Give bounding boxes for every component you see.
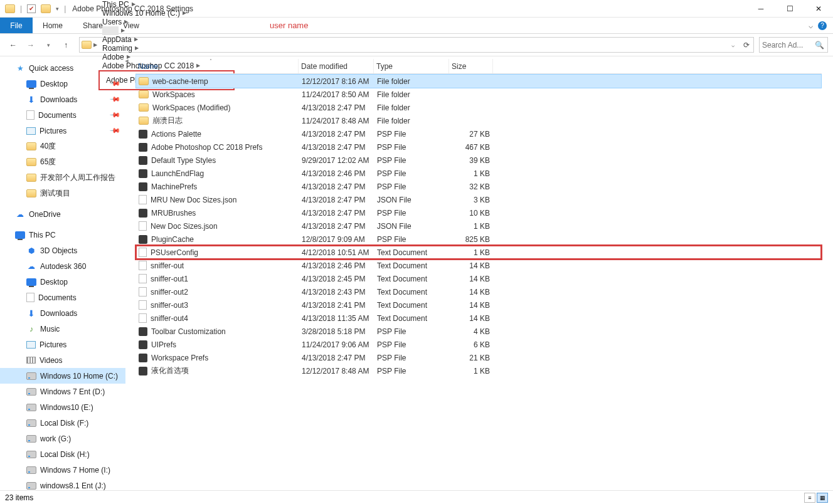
col-type[interactable]: Type	[374, 59, 449, 73]
file-row[interactable]: MRUBrushes4/13/2018 2:47 PMPSP File10 KB	[136, 206, 821, 219]
file-type: Text Document	[374, 301, 450, 310]
qat-properties-icon[interactable]: ✔	[27, 4, 36, 13]
file-row[interactable]: sniffer-out34/13/2018 2:41 PMText Docume…	[136, 298, 821, 312]
help-icon[interactable]: ?	[818, 21, 827, 30]
file-type: PSP File	[374, 156, 450, 165]
onedrive[interactable]: ☁OneDrive	[0, 206, 125, 222]
pc-item-1[interactable]: ☁Autodesk 360	[0, 258, 125, 274]
file-row[interactable]: WorkSpaces11/24/2017 8:50 AMFile folder	[136, 88, 821, 101]
file-row[interactable]: sniffer-out44/13/2018 11:35 AMText Docum…	[136, 312, 821, 325]
this-pc[interactable]: This PC	[0, 227, 125, 243]
pc-item-0[interactable]: ⬢3D Objects	[0, 243, 125, 258]
file-row[interactable]: web-cache-temp12/12/2017 8:16 AMFile fol…	[136, 75, 821, 88]
breadcrumb-3[interactable]: ▶	[98, 26, 235, 35]
file-name: sniffer-out	[151, 261, 184, 270]
forward-button[interactable]: →	[23, 37, 39, 53]
quick-access[interactable]: ★Quick access	[0, 60, 125, 76]
file-row[interactable]: Default Type Styles9/29/2017 12:02 AMPSP…	[136, 154, 821, 167]
pc-item-7[interactable]: Videos	[0, 352, 125, 368]
folder-icon	[139, 90, 149, 98]
file-row[interactable]: 崩溃日志11/24/2017 8:48 AMFile folder	[136, 114, 821, 127]
breadcrumb-4[interactable]: AppData▶	[98, 35, 235, 44]
pc-item-15[interactable]: windows8.1 Ent (J:)	[0, 478, 125, 490]
file-row[interactable]: Toolbar Customization3/28/2018 5:18 PMPS…	[136, 325, 821, 338]
file-row[interactable]: sniffer-out14/13/2018 2:45 PMText Docume…	[136, 272, 821, 285]
pc-item-12[interactable]: work (G:)	[0, 431, 125, 446]
col-name[interactable]: Name	[135, 59, 299, 73]
close-button[interactable]: ✕	[804, 0, 833, 18]
psp-icon	[139, 327, 147, 336]
file-row[interactable]: Actions Palette4/13/2018 2:47 PMPSP File…	[136, 127, 821, 140]
address-bar[interactable]: ▶ This PC▶Windows 10 Home (C:)▶Users▶▶Ap…	[79, 37, 754, 53]
pc-item-3[interactable]: Documents	[0, 290, 125, 305]
file-icon	[139, 287, 147, 297]
pc-item-14[interactable]: Windows 7 Home (I:)	[0, 462, 125, 478]
file-row[interactable]: Adobe Photoshop CC 2018 Prefs4/13/2018 2…	[136, 140, 821, 154]
pc-item-10[interactable]: Windows10 (E:)	[0, 399, 125, 415]
file-type: File folder	[374, 77, 450, 86]
file-row[interactable]: MachinePrefs4/13/2018 2:47 PMPSP File32 …	[136, 180, 821, 193]
addr-dropdown-icon[interactable]: ⌵	[726, 38, 740, 52]
pc-item-11[interactable]: Local Disk (F:)	[0, 415, 125, 431]
file-name: web-cache-temp	[152, 77, 208, 86]
file-type: PSP File	[374, 169, 450, 178]
recent-item-3[interactable]: 测试项目	[0, 186, 125, 201]
file-row[interactable]: sniffer-out24/13/2018 2:43 PMText Docume…	[136, 285, 821, 298]
recent-item-1[interactable]: 65度	[0, 154, 125, 170]
breadcrumb-5[interactable]: Roaming▶	[98, 44, 235, 53]
file-size: 14 KB	[450, 288, 494, 297]
file-row[interactable]: UIPrefs11/24/2017 9:06 AMPSP File6 KB	[136, 338, 821, 351]
breadcrumb-1[interactable]: Windows 10 Home (C:)▶	[98, 9, 235, 18]
back-button[interactable]: ←	[5, 37, 21, 53]
file-row[interactable]: PSUserConfig4/12/2018 10:51 AMText Docum…	[136, 246, 821, 259]
recent-item-2[interactable]: 开发部个人周工作报告	[0, 170, 125, 186]
pc-item-2[interactable]: Desktop	[0, 274, 125, 290]
file-row[interactable]: LaunchEndFlag4/13/2018 2:46 PMPSP File1 …	[136, 167, 821, 180]
up-button[interactable]: ↑	[58, 37, 74, 53]
view-details-button[interactable]: ≡	[804, 493, 815, 503]
minimize-button[interactable]: ─	[746, 0, 775, 18]
file-row[interactable]: sniffer-out4/13/2018 2:46 PMText Documen…	[136, 259, 821, 272]
quick-documents[interactable]: Documents📌	[0, 107, 125, 123]
qat-newfolder-icon[interactable]	[41, 4, 51, 13]
pc-item-13[interactable]: Local Disk (H:)	[0, 446, 125, 462]
pin-icon: 📌	[109, 125, 120, 137]
file-type: PSP File	[374, 354, 450, 362]
search-box[interactable]: 🔍	[759, 37, 828, 53]
column-headers[interactable]: Name Date modified Type Size ˄	[135, 59, 822, 74]
view-large-button[interactable]: ▦	[817, 493, 828, 503]
tab-home[interactable]: Home	[33, 18, 73, 33]
file-date: 4/13/2018 2:47 PM	[299, 143, 374, 152]
col-date[interactable]: Date modified	[299, 59, 374, 73]
folder-icon	[26, 189, 36, 197]
pc-item-6[interactable]: Pictures	[0, 337, 125, 352]
nav-pane[interactable]: ★Quick access Desktop📌⬇Downloads📌Documen…	[0, 56, 125, 490]
quick-downloads[interactable]: ⬇Downloads📌	[0, 92, 125, 107]
addr-root-chevron-icon[interactable]: ▶	[93, 42, 97, 48]
recent-item-0[interactable]: 40度	[0, 139, 125, 154]
file-row[interactable]: 液化首选项12/12/2017 8:48 AMPSP File1 KB	[136, 364, 821, 377]
pc-item-8[interactable]: Windows 10 Home (C:)	[0, 368, 125, 384]
refresh-button[interactable]: ⟳	[740, 38, 753, 52]
col-size[interactable]: Size	[449, 59, 493, 73]
quick-pictures[interactable]: Pictures📌	[0, 123, 125, 139]
file-row[interactable]: PluginCache12/8/2017 9:09 AMPSP File825 …	[136, 233, 821, 246]
file-list-pane[interactable]: Name Date modified Type Size ˄ web-cache…	[128, 56, 833, 490]
qat-customize-icon[interactable]: ▾	[56, 6, 59, 12]
breadcrumb-0[interactable]: This PC▶	[98, 0, 235, 9]
file-row[interactable]: WorkSpaces (Modified)4/13/2018 2:47 PMFi…	[136, 101, 821, 114]
tab-file[interactable]: File	[0, 18, 33, 33]
maximize-button[interactable]: ☐	[775, 0, 804, 18]
pc-item-5[interactable]: ♪Music	[0, 321, 125, 337]
ribbon-collapse-icon[interactable]: ⌵	[809, 21, 813, 30]
breadcrumb-2[interactable]: Users▶	[98, 18, 235, 26]
pc-item-9[interactable]: Windows 7 Ent (D:)	[0, 384, 125, 399]
search-input[interactable]	[762, 41, 812, 50]
pc-item-4[interactable]: ⬇Downloads	[0, 305, 125, 321]
file-row[interactable]: MRU New Doc Sizes.json4/13/2018 2:47 PMJ…	[136, 193, 821, 206]
file-type: PSP File	[374, 143, 450, 152]
recent-locations-icon[interactable]: ▾	[40, 37, 56, 53]
quick-desktop[interactable]: Desktop📌	[0, 76, 125, 92]
file-row[interactable]: Workspace Prefs4/13/2018 2:47 PMPSP File…	[136, 351, 821, 364]
file-row[interactable]: New Doc Sizes.json4/13/2018 2:47 PMJSON …	[136, 219, 821, 233]
